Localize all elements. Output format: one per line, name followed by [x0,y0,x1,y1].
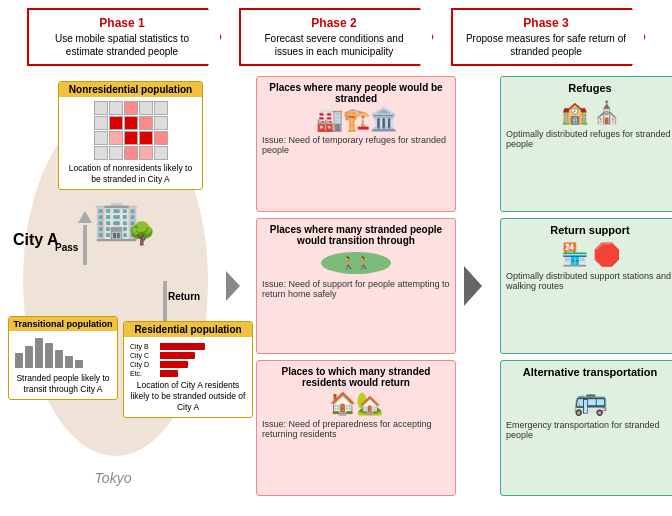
sol-text-1: Optimally distributed refuges for strand… [506,129,672,149]
sol-text-3: Emergency transportation for stranded pe… [506,420,672,440]
grid-cell [109,131,123,145]
grid-cell [109,116,123,130]
phase3-box: Phase 3 Propose measures for safe return… [451,8,646,66]
h-bar-chart: City B City C City D Etc. [128,341,248,377]
return-label: Return [168,291,200,302]
grid-cell [124,146,138,160]
arrow-shaft [83,225,87,265]
bus-icon: 🚌 [573,385,608,416]
up-arrow-icon [78,211,92,223]
issue-text-1: Issue: Need of temporary refuges for str… [262,135,450,155]
issue-box-1: Places where many people would be strand… [256,76,456,212]
solution-box-3: Alternative transportation 🚌 Emergency t… [500,360,672,496]
pass-label: Pass [55,242,78,253]
church-icon: ⛪ [593,100,620,126]
phase1-box: Phase 1 Use mobile spatial statistics to… [27,8,222,66]
grid-cell [139,116,153,130]
res-caption: Location of City A residents likely to b… [128,380,248,413]
grid-cell [109,101,123,115]
sol-text-2: Optimally distributed support stations a… [506,271,672,291]
bar-item [35,338,43,368]
sol-title-3: Alternative transportation [506,366,672,378]
h-bar-fill [160,343,205,350]
grid-cell [124,116,138,130]
phase1-desc: Use mobile spatial statistics to estimat… [39,32,206,58]
h-bar-row: City B [130,343,246,350]
grid-cell [139,101,153,115]
h-bar-row: City C [130,352,246,359]
grid-cell [154,116,168,130]
issue-text-2: Issue: Need of support for people attemp… [262,279,450,299]
h-bar-label: City D [130,361,158,368]
nonresidential-box: Nonresidential population [58,81,203,190]
phase2-desc: Forecast severe conditions and issues in… [251,32,418,58]
grid-cell [94,101,108,115]
grid-cell [154,146,168,160]
right-panel: Refuges 🏫 ⛪ Optimally distributed refuge… [500,76,672,496]
h-bar-label: City B [130,343,158,350]
trans-title: Transitional population [9,317,117,331]
bar-chart [13,335,113,370]
grid-cell [109,146,123,160]
stop-sign-icon: 🛑 [593,242,620,268]
tree-icon: 🌳 [128,221,155,247]
grid-cell [94,146,108,160]
h-bar-fill [160,352,195,359]
school-icon: 🏫 [561,100,588,126]
tokyo-label: Tokyo [95,470,132,486]
middle-to-right-arrow [464,76,492,496]
sol-visual-2: 🏪 🛑 [506,239,672,271]
phase3-title: Phase 3 [463,16,630,30]
phase2-box: Phase 2 Forecast severe conditions and i… [239,8,434,66]
bar-item [75,360,83,368]
issue-text-3: Issue: Need of preparedness for acceptin… [262,419,450,439]
residential-box: Residential population City B City C Cit… [123,321,253,418]
main-content: City A Nonresidential population [8,76,664,496]
h-bar-fill [160,370,178,377]
issue-box-2: Places where many stranded people would … [256,218,456,354]
left-panel: City A Nonresidential population [8,76,218,496]
issue-title-1: Places where many people would be strand… [262,82,450,104]
phase1-title: Phase 1 [39,16,206,30]
solution-box-2: Return support 🏪 🛑 Optimally distributed… [500,218,672,354]
grid-cell [124,131,138,145]
bar-item [45,343,53,368]
grid-cell [139,146,153,160]
middle-panel: Places where many people would be strand… [256,76,456,496]
sol-title-1: Refuges [506,82,672,94]
phase3-desc: Propose measures for safe return of stra… [463,32,630,58]
bar-item [55,350,63,368]
city-a-label: City A [13,231,59,249]
issue-box-3: Places to which many stranded residents … [256,360,456,496]
bar-item [15,353,23,368]
big-right-arrow-icon [464,256,492,316]
nonres-grid [94,101,168,160]
page: Phase 1 Use mobile spatial statistics to… [0,0,672,516]
left-to-middle-arrow [226,76,248,496]
issue-title-2: Places where many stranded people would … [262,224,450,246]
bar-item [65,356,73,368]
phase2-title: Phase 2 [251,16,418,30]
nonres-caption: Location of nonresidents likely to be st… [63,163,198,185]
svg-marker-1 [464,266,482,306]
grid-cell [139,131,153,145]
oval-path: 🚶🚶 [321,252,391,274]
grid-cell [124,101,138,115]
issue-visual-1: 🏭🏗️🏛️ [262,107,450,133]
solution-box-1: Refuges 🏫 ⛪ Optimally distributed refuge… [500,76,672,212]
res-title: Residential population [124,322,252,337]
sol-visual-1: 🏫 ⛪ [506,97,672,129]
nonres-title: Nonresidential population [59,82,202,97]
trans-caption: Stranded people likely to transit throug… [13,373,113,395]
svg-marker-0 [226,271,240,301]
right-arrow-icon [226,266,248,306]
phase-header: Phase 1 Use mobile spatial statistics to… [8,8,664,66]
transitional-box: Transitional population Stranded people … [8,316,118,400]
bar-item [25,346,33,368]
grid-cell [94,116,108,130]
issue-title-3: Places to which many stranded residents … [262,366,450,388]
issue-visual-2: 🚶🚶 [262,249,450,277]
h-bar-row: Etc. [130,370,246,377]
h-bar-row: City D [130,361,246,368]
grid-cell [94,131,108,145]
